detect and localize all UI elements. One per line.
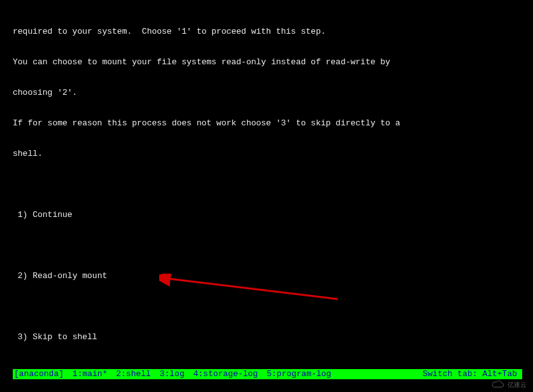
status-tab-log[interactable]: 3:log — [160, 369, 185, 379]
blank-line — [13, 302, 520, 312]
terminal-output[interactable]: required to your system. Choose '1' to p… — [0, 0, 533, 392]
intro-line: shell. — [13, 149, 520, 159]
cloud-icon — [491, 381, 505, 389]
watermark: 亿速云 — [491, 379, 527, 391]
status-tab-main[interactable]: 1:main* — [73, 369, 108, 379]
menu-option-1: 1) Continue — [13, 210, 520, 220]
menu-option-2: 2) Read-only mount — [13, 271, 520, 281]
status-tab-program-log[interactable]: 5:program-log — [267, 369, 331, 379]
blank-line — [13, 241, 520, 251]
watermark-text: 亿速云 — [508, 380, 527, 390]
intro-line: You can choose to mount your file system… — [13, 57, 520, 67]
status-anaconda: [anaconda] — [14, 369, 64, 379]
status-switch-hint: Switch tab: Alt+Tab — [423, 369, 517, 379]
tmux-statusbar: [anaconda] 1:main* 2:shell 3:log 4:stora… — [13, 369, 522, 379]
intro-line: required to your system. Choose '1' to p… — [13, 27, 520, 37]
blank-line — [13, 179, 520, 190]
intro-line: If for some reason this process does not… — [13, 118, 520, 129]
status-tab-storage-log[interactable]: 4:storage-log — [194, 369, 258, 379]
intro-line: choosing '2'. — [13, 88, 520, 98]
status-tab-shell[interactable]: 2:shell — [116, 369, 151, 379]
menu-option-3: 3) Skip to shell — [13, 332, 520, 342]
